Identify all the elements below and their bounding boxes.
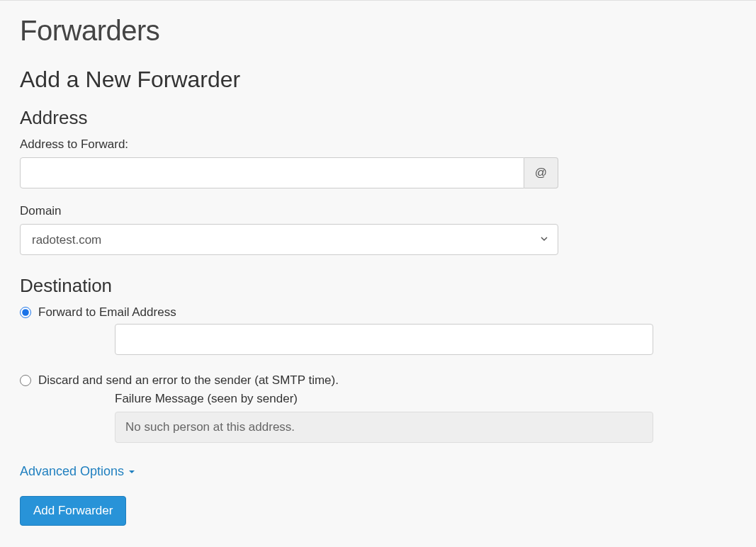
forward-email-radio[interactable] (20, 307, 31, 318)
failure-message-label: Failure Message (seen by sender) (115, 392, 653, 406)
domain-select[interactable]: radotest.com (20, 224, 558, 255)
forwarders-page: Forwarders Add a New Forwarder Address A… (0, 1, 756, 546)
forward-email-label[interactable]: Forward to Email Address (38, 305, 176, 320)
page-subtitle: Add a New Forwarder (20, 67, 736, 93)
address-to-forward-input[interactable] (20, 157, 524, 188)
page-title: Forwarders (20, 15, 736, 47)
add-forwarder-button[interactable]: Add Forwarder (20, 496, 126, 526)
at-symbol-addon: @ (524, 157, 558, 188)
destination-section: Destination Forward to Email Address Dis… (20, 275, 736, 443)
address-heading: Address (20, 107, 736, 129)
domain-label: Domain (20, 204, 736, 218)
destination-heading: Destination (20, 275, 736, 297)
address-input-group: @ (20, 157, 558, 188)
failure-message-input (115, 412, 653, 443)
domain-select-wrapper: radotest.com (20, 224, 558, 255)
address-forward-label: Address to Forward: (20, 137, 736, 152)
advanced-options-label: Advanced Options (20, 464, 124, 479)
discard-radio[interactable] (20, 375, 31, 386)
caret-down-icon (128, 464, 135, 479)
discard-label[interactable]: Discard and send an error to the sender … (38, 373, 339, 388)
advanced-options-toggle[interactable]: Advanced Options (20, 464, 135, 479)
forward-option-block: Forward to Email Address (20, 305, 736, 355)
forward-email-input[interactable] (115, 324, 653, 355)
discard-option-block: Discard and send an error to the sender … (20, 373, 736, 443)
at-icon: @ (535, 166, 547, 180)
